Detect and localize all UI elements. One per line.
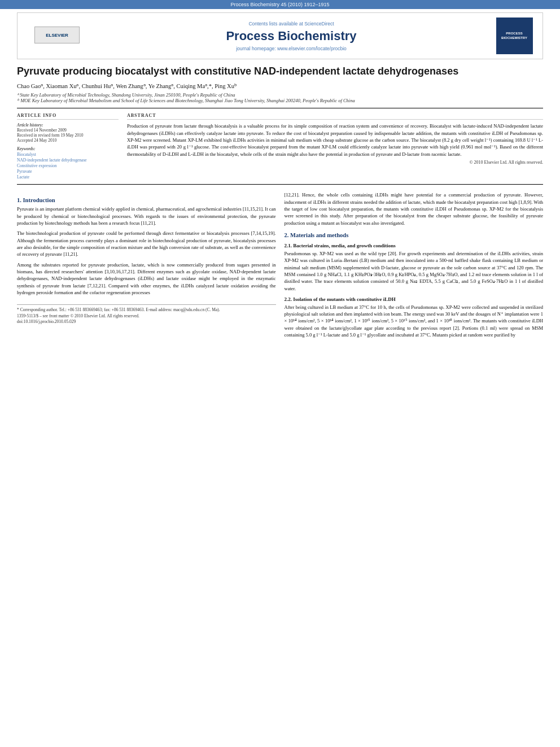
affiliations: ᵃ State Key Laboratory of Microbial Tech… <box>17 92 543 103</box>
authors-line: Chao Gaoᵃ, Xiaoman Xuᵃ, Chunhui Huᵃ, Wen… <box>17 82 543 89</box>
section1-right-paragraph: [12,21]. Hence, the whole cells containi… <box>285 191 544 226</box>
article-container: Pyruvate producing biocatalyst with cons… <box>17 65 543 338</box>
accepted-date: Accepted 24 May 2010 <box>17 138 119 143</box>
keyword-3: Constitutive expression <box>17 163 119 168</box>
abstract-text: Production of pyruvate from lactate thro… <box>127 123 543 158</box>
keyword-1: Biocatalyst <box>17 152 119 157</box>
abstract-header: ABSTRACT <box>127 113 543 120</box>
revised-date: Received in revised form 19 May 2010 <box>17 133 119 138</box>
article-info-abstract-section: ARTICLE INFO Article history: Received 1… <box>17 113 543 180</box>
body-right-column: [12,21]. Hence, the whole cells containi… <box>285 191 544 338</box>
journal-logo-box: PROCESSBIOCHEMISTRY <box>496 18 533 54</box>
article-info-header: ARTICLE INFO <box>17 113 119 120</box>
elsevier-branding: ELSEVIER <box>23 27 91 45</box>
keyword-4: Pyruvate <box>17 169 119 174</box>
history-label: Article history: <box>17 123 119 128</box>
section2-title: 2. Materials and methods <box>285 232 544 238</box>
section1-number: 1. <box>17 197 21 203</box>
section2-1-title-text: Bacterial strains, media, and growth con… <box>293 243 396 248</box>
journal-logo-area: PROCESSBIOCHEMISTRY <box>492 18 537 54</box>
abstract-column: ABSTRACT Production of pyruvate from lac… <box>127 113 543 180</box>
section2-title-text: Materials and methods <box>290 232 348 238</box>
elsevier-label: ELSEVIER <box>46 33 68 38</box>
footnote-corresponding: * Corresponding author. Tel.: +86 531 88… <box>17 307 276 313</box>
section2-2-text: After being cultured in LB medium at 37°… <box>285 304 544 339</box>
article-title: Pyruvate producing biocatalyst with cons… <box>17 65 543 78</box>
body-content: 1. Introduction Pyruvate is an important… <box>17 191 543 338</box>
journal-header: ELSEVIER Contents lists available at Sci… <box>17 12 543 59</box>
section1-paragraph3: Among the substrates reported for pyruva… <box>17 261 276 296</box>
affiliation-b: ᵇ MOE Key Laboratory of Microbial Metabo… <box>17 98 543 103</box>
copyright-text: © 2010 Elsevier Ltd. All rights reserved… <box>127 160 543 165</box>
footnote-doi: doi:10.1016/j.procbio.2010.05.029 <box>17 319 276 325</box>
section1-title-text: Introduction <box>23 197 55 203</box>
homepage-label-text: journal homepage: www.elsevier.com/locat… <box>236 46 347 51</box>
affiliation-a: ᵃ State Key Laboratory of Microbial Tech… <box>17 92 543 98</box>
process-biochemistry-logo-text: PROCESSBIOCHEMISTRY <box>499 29 530 43</box>
article-info-column: ARTICLE INFO Article history: Received 1… <box>17 113 119 180</box>
sciencedirect-link[interactable]: Contents lists available at ScienceDirec… <box>91 21 492 27</box>
footnote-issn: 1359-5113/$ – see front matter © 2010 El… <box>17 313 276 320</box>
section1-title: 1. Introduction <box>17 197 276 203</box>
keyword-5: Lactate <box>17 174 119 180</box>
keyword-2: NAD-independent lactate dehydrogenase <box>17 158 119 163</box>
journal-title: Process Biochemistry <box>91 29 492 43</box>
journal-title-area: Contents lists available at ScienceDirec… <box>91 21 492 51</box>
keywords-label: Keywords: <box>17 146 119 151</box>
elsevier-logo: ELSEVIER <box>34 27 80 43</box>
section1-paragraph2: The biotechnological production of pyruv… <box>17 230 276 257</box>
divider-1 <box>17 108 543 108</box>
sciencedirect-text: Contents lists available at ScienceDirec… <box>248 21 334 27</box>
section2-2-number: 2.2. <box>285 296 292 302</box>
footnote-area: * Corresponding author. Tel.: +86 531 88… <box>17 304 276 325</box>
journal-homepage-link[interactable]: journal homepage: www.elsevier.com/locat… <box>91 46 492 51</box>
section2-2-title-text: Isolation of the mutants with constituti… <box>293 296 396 302</box>
section2-2-title: 2.2. Isolation of the mutants with const… <box>285 296 544 302</box>
section2-1-text: Pseudomonas sp. XP-M2 was used as the wi… <box>285 250 544 292</box>
divider-2 <box>17 184 543 185</box>
journal-citation-text: Process Biochemistry 45 (2010) 1912–1915 <box>230 2 329 7</box>
journal-citation-bar: Process Biochemistry 45 (2010) 1912–1915 <box>0 0 560 9</box>
authors-text: Chao Gaoᵃ, Xiaoman Xuᵃ, Chunhui Huᵃ, Wen… <box>17 83 237 89</box>
body-left-column: 1. Introduction Pyruvate is an important… <box>17 191 276 338</box>
received-date: Received 14 November 2009 <box>17 128 119 133</box>
section2-1-number: 2.1. <box>285 243 292 248</box>
section2-number: 2. <box>285 232 289 238</box>
section1-paragraph1: Pyruvate is an important platform chemic… <box>17 206 276 226</box>
section2-1-title: 2.1. Bacterial strains, media, and growt… <box>285 243 544 248</box>
